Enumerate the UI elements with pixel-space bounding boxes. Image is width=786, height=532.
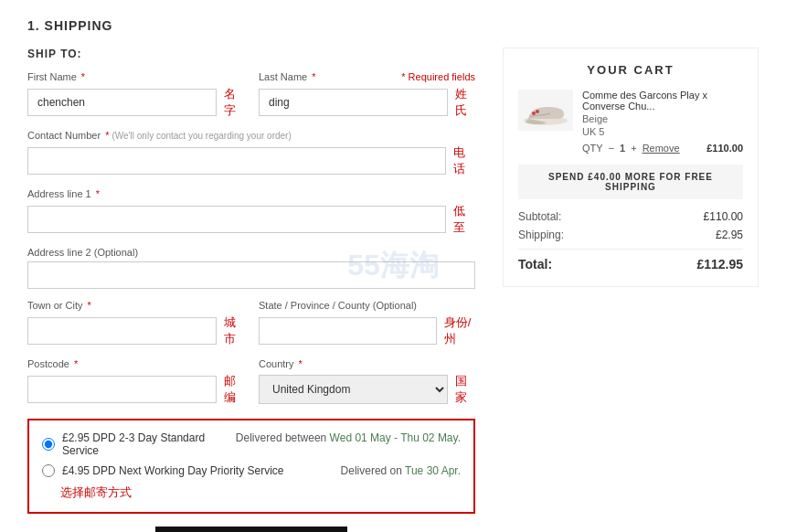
cart-item-size: UK 5 — [582, 126, 743, 137]
country-label: Country * — [259, 358, 475, 369]
qty-number: 1 — [620, 143, 625, 154]
name-row: First Name * 名字 Last Name * * Required f… — [27, 71, 475, 119]
cart-item-name: Comme des Garcons Play x Converse Chu... — [582, 90, 743, 112]
country-annotation: 国家 — [455, 373, 475, 406]
cart-panel: YOUR CART Comme — [503, 48, 759, 532]
shipping-option-2-delivery: Delivered on Tue 30 Apr. — [341, 464, 461, 477]
postcode-country-row: Postcode * 邮编 Country * United Kingdom — [27, 358, 475, 406]
shipping-form: SHIP TO: First Name * 名字 Last Name * — [27, 48, 475, 532]
required-note: * Required fields — [401, 71, 475, 82]
shipping-options-box: £2.95 DPD 2-3 Day Standard Service Deliv… — [27, 419, 475, 514]
contact-annotation: 电话 — [453, 144, 475, 177]
shoe-icon — [521, 93, 571, 128]
free-shipping-banner: SPEND £40.00 MORE FOR FREE SHIPPING — [518, 165, 743, 199]
shipping-section-title: 1. SHIPPING — [27, 18, 759, 33]
continue-to-payment-button[interactable]: CONTINUE TO PAYMENT — [155, 527, 347, 532]
state-label: State / Province / County (Optional) — [259, 300, 475, 311]
contact-hint: (We'll only contact you regarding your o… — [112, 131, 292, 141]
address2-row: Address line 2 (Optional) — [27, 247, 475, 289]
qty-label: QTY — [582, 143, 603, 154]
svg-point-2 — [532, 112, 536, 115]
state-input[interactable] — [259, 317, 437, 345]
shipping-label: Shipping: — [518, 229, 564, 241]
subtotal-value: £110.00 — [704, 210, 743, 223]
qty-increase[interactable]: + — [631, 143, 636, 154]
first-name-annotation: 名字 — [224, 86, 244, 119]
cart-title: YOUR CART — [518, 63, 743, 77]
shipping-option-2-radio[interactable] — [42, 464, 55, 477]
cart-qty-row: QTY − 1 + Remove £110.00 — [582, 143, 743, 154]
address1-row: Address line 1 * 低至 — [27, 188, 475, 236]
last-name-annotation: 姓氏 — [455, 86, 475, 119]
state-group: State / Province / County (Optional) 身份/… — [259, 300, 475, 347]
town-input[interactable] — [27, 317, 217, 345]
subtotal-label: Subtotal: — [518, 210, 561, 223]
town-state-row: Town or City * 城市 State / Province / Cou… — [27, 300, 475, 347]
address2-input[interactable] — [27, 261, 475, 289]
remove-link[interactable]: Remove — [643, 143, 680, 154]
total-value: £112.95 — [696, 257, 743, 271]
contact-input[interactable] — [27, 147, 446, 175]
shipping-option-1: £2.95 DPD 2-3 Day Standard Service Deliv… — [42, 431, 461, 457]
address2-label: Address line 2 (Optional) — [27, 247, 475, 258]
shipping-annotation: 选择邮寄方式 — [60, 485, 132, 499]
postcode-annotation: 邮编 — [224, 373, 244, 406]
postcode-label: Postcode * — [27, 358, 244, 369]
last-name-group: Last Name * * Required fields 姓氏 — [259, 71, 475, 119]
town-label: Town or City * — [27, 300, 244, 311]
address1-annotation: 低至 — [453, 203, 475, 236]
contact-label: Contact Number * (We'll only contact you… — [27, 130, 475, 141]
country-select[interactable]: United Kingdom United States France Germ… — [259, 375, 448, 404]
town-group: Town or City * 城市 — [27, 300, 244, 347]
state-annotation: 身份/州 — [444, 314, 475, 347]
shipping-option-2-label: £4.95 DPD Next Working Day Priority Serv… — [62, 464, 284, 477]
last-name-label: Last Name * — [259, 71, 316, 82]
address1-label: Address line 1 * — [27, 188, 475, 199]
continue-button-container: CONTINUE TO PAYMENT — [27, 527, 475, 532]
address1-input[interactable] — [27, 206, 446, 233]
subtotal-row: Subtotal: £110.00 — [518, 210, 743, 223]
shipping-option-1-delivery: Delivered between Wed 01 May - Thu 02 Ma… — [236, 431, 461, 444]
shipping-value: £2.95 — [716, 229, 743, 241]
contact-row: Contact Number * (We'll only contact you… — [27, 130, 475, 177]
shipping-option-1-radio[interactable] — [42, 438, 55, 451]
main-content: SHIP TO: First Name * 名字 Last Name * — [27, 48, 759, 532]
town-annotation: 城市 — [224, 314, 244, 347]
cart-item-color: Beige — [582, 113, 743, 124]
cart-item: Comme des Garcons Play x Converse Chu...… — [518, 90, 743, 154]
total-label: Total: — [518, 257, 552, 271]
cart-item-details: Comme des Garcons Play x Converse Chu...… — [582, 90, 743, 154]
first-name-group: First Name * 名字 — [27, 71, 244, 119]
shipping-option-2: £4.95 DPD Next Working Day Priority Serv… — [42, 464, 461, 477]
first-name-input[interactable] — [27, 89, 217, 116]
page: 1. SHIPPING SHIP TO: First Name * 名字 — [0, 0, 786, 532]
shipping-option-1-label: £2.95 DPD 2-3 Day Standard Service — [62, 431, 236, 457]
cart-box: YOUR CART Comme — [503, 48, 759, 287]
shipping-row: Shipping: £2.95 — [518, 229, 743, 241]
country-group: Country * United Kingdom United States F… — [259, 358, 475, 406]
cart-item-image — [518, 90, 573, 131]
postcode-group: Postcode * 邮编 — [27, 358, 244, 406]
cart-item-price: £110.00 — [706, 143, 743, 154]
cart-totals: Subtotal: £110.00 Shipping: £2.95 Total:… — [518, 210, 743, 271]
grand-total-row: Total: £112.95 — [518, 249, 743, 271]
svg-point-1 — [536, 110, 539, 113]
qty-controls: QTY − 1 + Remove — [582, 143, 680, 154]
first-name-label: First Name * — [27, 71, 244, 82]
ship-to-label: SHIP TO: — [27, 48, 475, 60]
last-name-input[interactable] — [259, 89, 448, 116]
postcode-input[interactable] — [27, 376, 217, 403]
qty-decrease[interactable]: − — [609, 143, 614, 154]
